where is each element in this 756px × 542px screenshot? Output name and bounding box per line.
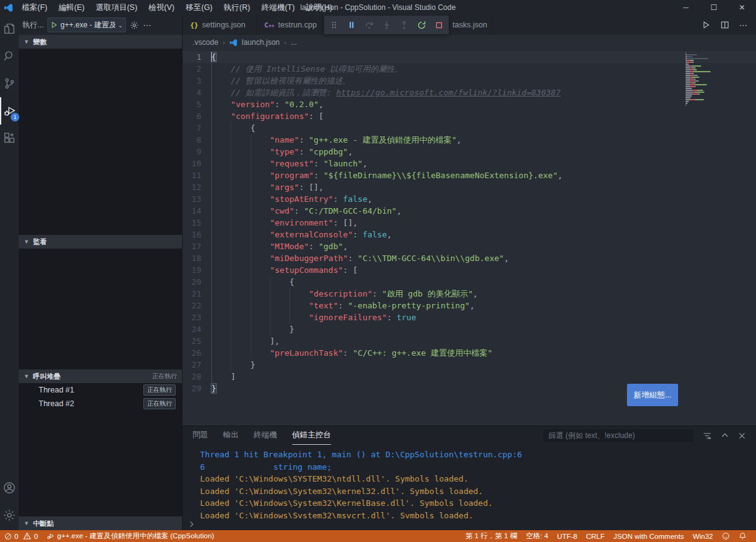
restart-button[interactable] <box>414 17 429 32</box>
editor-tab[interactable]: {}settings.json <box>183 15 257 35</box>
line-number[interactable]: 15 <box>183 217 211 229</box>
debug-console-output[interactable]: Thread 1 hit Breakpoint 1, main () at D:… <box>183 445 756 518</box>
stop-button[interactable] <box>431 17 446 32</box>
line-number[interactable]: 20 <box>183 276 211 288</box>
call-stack-thread[interactable]: Thread #2正在執行 <box>19 397 182 411</box>
minimize-button[interactable]: ─ <box>672 0 700 15</box>
minimap[interactable] <box>686 52 724 107</box>
step-out-button[interactable] <box>396 17 411 32</box>
menu-item[interactable]: 執行(R) <box>218 3 256 12</box>
line-number[interactable]: 10 <box>183 158 211 169</box>
language-mode[interactable]: JSON with Comments <box>609 533 688 540</box>
platform[interactable]: Win32 <box>688 533 717 540</box>
bell-icon[interactable] <box>734 532 751 540</box>
line-number[interactable]: 6 <box>183 110 211 122</box>
line-number[interactable]: 4 <box>183 87 211 98</box>
line-number[interactable]: 22 <box>183 300 211 311</box>
section-breakpoints[interactable]: ▼ 中斷點 <box>19 516 182 530</box>
chevron-down-icon: ▼ <box>24 39 29 45</box>
line-number[interactable]: 14 <box>183 205 211 217</box>
line-number[interactable]: 2 <box>183 63 211 75</box>
close-button[interactable]: ✕ <box>728 0 756 15</box>
menu-item[interactable]: 檔案(F) <box>16 3 53 12</box>
gear-icon[interactable] <box>130 21 139 30</box>
panel-tab[interactable]: 終端機 <box>254 426 277 445</box>
warning-count: 0 <box>34 533 37 540</box>
line-number[interactable]: 16 <box>183 229 211 240</box>
line-number[interactable]: 21 <box>183 288 211 300</box>
add-configuration-button[interactable]: 新增組態... <box>627 384 678 406</box>
run-and-debug-icon[interactable]: 1 <box>0 97 20 125</box>
pause-button[interactable] <box>344 17 359 32</box>
menu-item[interactable]: 選取項目(S) <box>90 3 143 12</box>
menu-item[interactable]: 終端機(T) <box>256 3 300 12</box>
call-stack-thread[interactable]: Thread #1正在執行 <box>19 383 182 397</box>
account-icon[interactable] <box>0 474 19 502</box>
tab-label: testrun.cpp <box>278 21 317 29</box>
breadcrumb[interactable]: .vscode › launch.json › ... <box>183 35 756 50</box>
line-number[interactable]: 26 <box>183 347 211 359</box>
panel-tab[interactable]: 偵錯主控台 <box>292 426 332 445</box>
eol[interactable]: CRLF <box>581 533 609 540</box>
breadcrumb-symbol[interactable]: ... <box>290 38 297 47</box>
explorer-icon[interactable] <box>0 15 19 42</box>
console-line: Loaded 'C:\Windows\System32\kernel32.dll… <box>200 485 756 498</box>
panel-tab[interactable]: 輸出 <box>223 426 239 445</box>
breadcrumb-file[interactable]: launch.json <box>242 38 280 47</box>
line-number[interactable]: 27 <box>183 359 211 371</box>
menu-item[interactable]: 檢視(V) <box>143 3 180 12</box>
debug-status[interactable]: g++.exe - 建置及偵錯使用中的檔案 (CppSolution) <box>42 531 219 541</box>
line-number[interactable]: 19 <box>183 264 211 276</box>
line-number[interactable]: 9 <box>183 146 211 158</box>
editor-more-actions-icon[interactable]: ⋯ <box>739 21 747 30</box>
debug-config-dropdown[interactable]: g++.exe - 建置及偵錯使用中的檔案 ⌄ <box>47 17 126 32</box>
step-over-button[interactable] <box>361 17 376 32</box>
section-label: 監看 <box>33 237 47 247</box>
line-number[interactable]: 13 <box>183 193 211 205</box>
line-number[interactable]: 7 <box>183 122 211 134</box>
code-editor[interactable]: 1{2 // 使用 IntelliSense 以得知可用的屬性。3 // 暫留以… <box>183 50 756 426</box>
line-number[interactable]: 12 <box>183 181 211 193</box>
indentation[interactable]: 空格: 4 <box>522 531 553 541</box>
section-call-stack[interactable]: ▼ 呼叫堆疊 正在執行 <box>19 369 182 383</box>
cursor-position[interactable]: 第 1 行，第 1 欄 <box>461 531 522 541</box>
line-number[interactable]: 17 <box>183 240 211 252</box>
start-debug-icon[interactable] <box>48 21 60 29</box>
console-filter-input[interactable] <box>543 429 694 442</box>
menu-item[interactable]: 移至(G) <box>180 3 218 12</box>
code-line: 27 } <box>183 359 756 371</box>
section-variables[interactable]: ▼ 變數 <box>19 35 182 49</box>
line-number[interactable]: 18 <box>183 252 211 264</box>
run-file-icon[interactable] <box>702 21 711 29</box>
line-number[interactable]: 1 <box>183 51 211 63</box>
maximize-button[interactable]: ☐ <box>700 0 728 15</box>
section-watch[interactable]: ▼ 監看 <box>19 235 182 249</box>
line-number[interactable]: 28 <box>183 371 211 383</box>
source-control-icon[interactable] <box>0 70 19 97</box>
extensions-icon[interactable] <box>0 125 19 152</box>
line-number[interactable]: 23 <box>183 311 211 323</box>
close-panel-icon[interactable] <box>738 432 746 440</box>
line-number[interactable]: 24 <box>183 323 211 335</box>
more-actions-icon[interactable]: ⋯ <box>143 21 151 30</box>
step-into-button[interactable] <box>379 17 394 32</box>
panel-tab[interactable]: 問題 <box>193 426 208 445</box>
problems-status[interactable]: 0 0 <box>0 532 42 540</box>
breadcrumb-folder[interactable]: .vscode <box>193 38 218 47</box>
line-number[interactable]: 25 <box>183 335 211 347</box>
line-number[interactable]: 5 <box>183 98 211 110</box>
line-number[interactable]: 8 <box>183 134 211 146</box>
filter-icon[interactable] <box>702 431 712 440</box>
debug-console-input[interactable] <box>183 518 756 530</box>
encoding[interactable]: UTF-8 <box>553 533 582 540</box>
line-number[interactable]: 3 <box>183 75 211 87</box>
settings-gear-icon[interactable] <box>0 502 19 529</box>
feedback-icon[interactable] <box>717 532 734 540</box>
line-number[interactable]: 11 <box>183 169 211 181</box>
line-number[interactable]: 29 <box>183 383 211 394</box>
split-editor-icon[interactable] <box>720 21 729 29</box>
toolbar-gripper[interactable] <box>327 17 342 32</box>
maximize-panel-icon[interactable] <box>720 431 729 440</box>
search-icon[interactable] <box>0 42 19 70</box>
menu-item[interactable]: 編輯(E) <box>53 3 90 12</box>
